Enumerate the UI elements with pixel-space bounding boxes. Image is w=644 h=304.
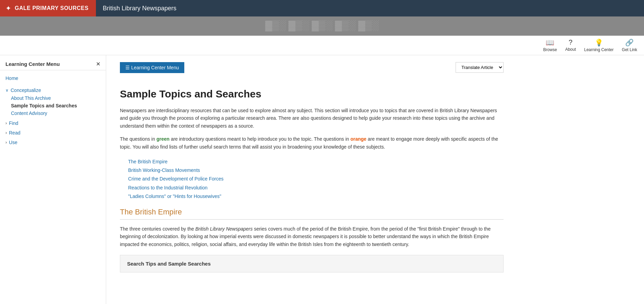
sidebar-conceptualize-toggle[interactable]: ∨ Conceptualize bbox=[0, 86, 106, 94]
header-title-area: British Library Newspapers bbox=[96, 0, 644, 16]
section-body-text: The three centuries covered by the Briti… bbox=[120, 225, 504, 248]
sidebar-use-label: Use bbox=[9, 140, 17, 145]
about-label: About bbox=[565, 47, 576, 52]
intro-para2-mid: are introductory questions meant to help… bbox=[170, 136, 350, 142]
about-icon: ? bbox=[569, 38, 572, 46]
browse-label: Browse bbox=[543, 47, 557, 52]
sidebar: Learning Center Menu ✕ Home ∨ Conceptual… bbox=[0, 55, 106, 304]
banner-image: ▓▒░ ▓▒░ ▓▒░ ▓▒░ ▓▒░ bbox=[0, 16, 644, 36]
sidebar-section-find[interactable]: › Find bbox=[0, 118, 106, 128]
search-tips-title: Search Tips and Sample Searches bbox=[127, 261, 211, 267]
main-layout: Learning Center Menu ✕ Home ∨ Conceptual… bbox=[0, 55, 644, 304]
page-title: Sample Topics and Searches bbox=[120, 88, 504, 100]
browse-icon: 📖 bbox=[546, 38, 554, 47]
header-banner: ▓▒░ ▓▒░ ▓▒░ ▓▒░ ▓▒░ bbox=[0, 16, 644, 36]
learning-center-label: Learning Center bbox=[584, 47, 614, 52]
sidebar-section-conceptualize: ∨ Conceptualize About This Archive Sampl… bbox=[0, 85, 106, 118]
chevron-right-icon: › bbox=[5, 140, 7, 145]
get-link-label: Get Link bbox=[622, 47, 637, 52]
get-link-button[interactable]: 🔗 Get Link bbox=[622, 38, 637, 52]
topic-links-list: The British Empire British Working-Class… bbox=[128, 157, 504, 201]
orange-text: orange bbox=[350, 136, 367, 142]
brand-text: GALE PRIMARY SOURCES bbox=[15, 5, 88, 11]
sidebar-close-button[interactable]: ✕ bbox=[96, 61, 100, 67]
sidebar-home-link[interactable]: Home bbox=[5, 74, 100, 82]
intro-paragraph-1: Newspapers are interdisciplinary resourc… bbox=[120, 107, 504, 130]
italic-text: British Library Newspapers bbox=[195, 226, 252, 232]
content-top-bar: ☰ Learning Center Menu Translate Article… bbox=[120, 62, 504, 81]
about-button[interactable]: ? About bbox=[565, 38, 576, 52]
sidebar-conceptualize-label: Conceptualize bbox=[11, 87, 41, 93]
brand-area: ✦ GALE PRIMARY SOURCES bbox=[0, 0, 96, 16]
get-link-icon: 🔗 bbox=[625, 38, 634, 47]
sidebar-title: Learning Center Menu bbox=[5, 61, 60, 67]
intro-paragraph-2: The questions in green are introductory … bbox=[120, 135, 504, 151]
sidebar-read-label: Read bbox=[9, 130, 20, 136]
topic-link-ladies-columns[interactable]: "Ladies Columns" or "Hints for Housewive… bbox=[128, 192, 504, 201]
sidebar-home: Home bbox=[0, 73, 106, 85]
learning-center-icon: 💡 bbox=[595, 38, 603, 47]
topic-link-british-empire[interactable]: The British Empire bbox=[128, 157, 504, 166]
intro-para2-before: The questions in bbox=[120, 136, 157, 142]
sidebar-item-about-archive[interactable]: About This Archive bbox=[11, 94, 106, 102]
sidebar-find-label: Find bbox=[9, 120, 18, 126]
sidebar-section-read[interactable]: › Read bbox=[0, 128, 106, 138]
chevron-down-icon: ∨ bbox=[5, 88, 9, 93]
chevron-right-icon: › bbox=[5, 121, 7, 126]
sidebar-conceptualize-subitems: About This Archive Sample Topics and Sea… bbox=[0, 94, 106, 117]
header-title: British Library Newspapers bbox=[103, 5, 176, 12]
sidebar-item-content-advisory[interactable]: Content Advisory bbox=[11, 109, 106, 117]
sidebar-header: Learning Center Menu ✕ bbox=[0, 61, 106, 70]
browse-button[interactable]: 📖 Browse bbox=[543, 38, 557, 52]
chevron-right-icon: › bbox=[5, 130, 7, 135]
translate-dropdown[interactable]: Translate Article English French Spanish… bbox=[456, 62, 504, 73]
topic-link-industrial-revolution[interactable]: Reactions to the Industrial Revolution bbox=[128, 184, 504, 192]
sidebar-section-use[interactable]: › Use bbox=[0, 138, 106, 147]
banner-svg: ▓▒░ ▓▒░ ▓▒░ ▓▒░ ▓▒░ bbox=[0, 16, 644, 36]
search-tips-box: Search Tips and Sample Searches bbox=[120, 255, 504, 272]
topic-link-crime-police[interactable]: Crime and the Development of Police Forc… bbox=[128, 175, 504, 183]
sidebar-item-sample-topics[interactable]: Sample Topics and Searches bbox=[11, 102, 106, 109]
section-title-british-empire: The British Empire bbox=[120, 208, 504, 217]
content-area: ☰ Learning Center Menu Translate Article… bbox=[106, 55, 517, 304]
topic-link-working-class[interactable]: British Working-Class Movements bbox=[128, 166, 504, 175]
header-top: ✦ GALE PRIMARY SOURCES British Library N… bbox=[0, 0, 644, 16]
section-divider bbox=[120, 219, 504, 220]
svg-text:▓▒░ ▓▒░ ▓▒░ ▓▒░ ▓▒░: ▓▒░ ▓▒░ ▓▒░ ▓▒░ ▓▒░ bbox=[265, 20, 379, 32]
learning-center-button[interactable]: 💡 Learning Center bbox=[584, 38, 614, 52]
green-text: green bbox=[157, 136, 170, 142]
brand-icon: ✦ bbox=[5, 4, 11, 12]
learning-center-menu-button[interactable]: ☰ Learning Center Menu bbox=[120, 62, 184, 73]
toolbar: 📖 Browse ? About 💡 Learning Center 🔗 Get… bbox=[0, 36, 644, 55]
